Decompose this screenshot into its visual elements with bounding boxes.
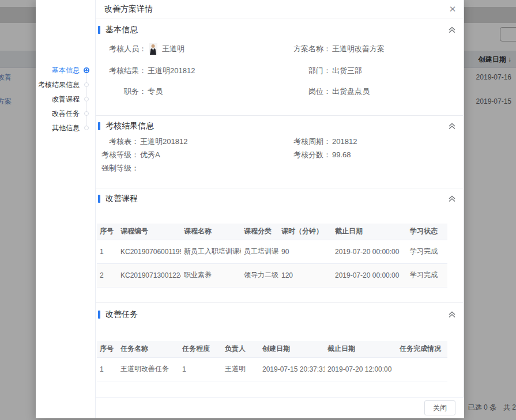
field-value: 201812 [332, 137, 357, 146]
nav-item-improvement-tasks[interactable]: 改善任务 [36, 107, 95, 121]
field-position: 职务： 专员 [96, 85, 163, 99]
field-label: 考核结果： [96, 66, 146, 76]
column-header: 课时（分钟） [278, 224, 332, 240]
cell: 2019-07-20 00:00:00 [332, 240, 407, 263]
column-header: 序号 [97, 224, 118, 240]
field-value: 王道明 [162, 44, 184, 54]
tasks-table: 序号 任务名称 任务程度 负责人 创建日期 截止日期 任务完成情况 1 王道明改… [97, 341, 447, 381]
table-row: 2 KC20190713001224 职业素养 领导力二级 120 2019-0… [97, 263, 447, 287]
dialog-title: 改善方案详情 [96, 0, 464, 18]
section-header-assessment-result: 考核结果信息 [98, 122, 456, 131]
column-header: 任务程度 [179, 341, 222, 357]
table-row: 1 王道明改善任务 1 王道明 2019-07-15 20:37:31 2019… [97, 357, 447, 381]
step-dot-icon [84, 126, 89, 130]
field-assessment-cycle: 考核周期： 201812 [280, 135, 357, 148]
field-label: 部门： [280, 66, 331, 76]
column-header: 序号 [97, 341, 118, 357]
section-header-tasks: 改善任务 [98, 310, 456, 319]
collapse-chevron-icon[interactable] [448, 27, 456, 33]
field-assessor: 考核人员： 王道明 [96, 42, 184, 56]
section-divider [96, 302, 464, 303]
nav-item-label: 基本信息 [52, 66, 80, 74]
section-bar-icon [98, 26, 100, 34]
nav-item-other-info[interactable]: 其他信息 [36, 121, 95, 135]
step-dot-icon [84, 97, 89, 101]
section-header-courses: 改善课程 [98, 194, 456, 203]
field-post: 岗位： 出货盘点员 [280, 85, 370, 99]
cell: 王道明 [222, 357, 259, 381]
column-header: 课程编号 [118, 224, 181, 240]
cell: 120 [278, 263, 332, 287]
cell: 员工培训课程 [241, 240, 278, 263]
cell: 领导力二级 [241, 263, 278, 287]
column-header: 任务完成情况 [397, 341, 447, 357]
section-bar-icon [98, 311, 100, 319]
nav-item-basic-info[interactable]: 基本信息 [36, 63, 95, 78]
section-title: 考核结果信息 [106, 121, 154, 131]
cell: KC20190713001224 [118, 263, 181, 287]
cell [397, 357, 447, 381]
field-value: 出货盘点员 [332, 86, 370, 97]
field-value: 专员 [148, 86, 163, 97]
column-header: 截止日期 [325, 341, 397, 357]
section-divider [96, 115, 464, 116]
close-button[interactable]: 关闭 [424, 400, 455, 415]
section-header-basic-info: 基本信息 [98, 25, 456, 35]
cell: 2019-07-20 00:00:00 [332, 263, 407, 287]
step-dot-icon [84, 82, 89, 87]
nav-item-label: 考核结果信息 [38, 81, 80, 89]
field-forced-grade: 强制等级： [96, 161, 140, 175]
table-row: 1 KC20190706001199 新员工入职培训课程 员工培训课程 90 2… [97, 240, 447, 263]
courses-table-header-row: 序号 课程编号 课程名称 课程分类 课时（分钟） 截止日期 学习状态 [97, 224, 447, 240]
anchor-nav: 基本信息 考核结果信息 改善课程 改善任务 其他信息 [36, 0, 95, 418]
assessor-avatar [149, 43, 157, 55]
section-title: 基本信息 [106, 25, 138, 35]
nav-item-label: 其他信息 [52, 124, 80, 132]
field-value: 优秀A [140, 150, 160, 160]
field-department: 部门： 出货三部 [280, 64, 362, 78]
nav-item-label: 改善任务 [52, 109, 80, 118]
field-label: 考核人员： [96, 44, 146, 54]
cell: 2 [97, 263, 118, 287]
collapse-chevron-icon[interactable] [448, 123, 456, 130]
cell: 2019-07-15 20:37:31 [259, 357, 325, 381]
cell: 2019-07-20 12:00:00 [325, 357, 397, 381]
field-label: 方案名称： [280, 44, 331, 54]
field-value: 王道明201812 [148, 66, 195, 76]
courses-table: 序号 课程编号 课程名称 课程分类 课时（分钟） 截止日期 学习状态 1 KC2… [97, 224, 447, 287]
field-label: 考核分数： [280, 150, 331, 160]
column-header: 任务名称 [118, 341, 179, 357]
field-label: 强制等级： [96, 163, 139, 173]
field-label: 考核周期： [280, 137, 331, 147]
scrollbar-track[interactable] [463, 0, 464, 418]
cell: 1 [179, 357, 222, 381]
section-title: 改善课程 [106, 194, 138, 204]
cell: 1 [97, 357, 118, 381]
nav-item-improvement-courses[interactable]: 改善课程 [36, 92, 95, 107]
close-icon[interactable]: ✕ [447, 3, 458, 15]
cell: KC20190706001199 [118, 240, 181, 263]
nav-item-label: 改善课程 [52, 95, 80, 103]
cell: 90 [278, 240, 332, 263]
nav-item-assessment-result[interactable]: 考核结果信息 [36, 78, 95, 92]
step-dot-active-icon [84, 67, 89, 73]
field-label: 考核表： [96, 137, 139, 147]
collapse-chevron-icon[interactable] [448, 311, 456, 318]
cell: 学习完成 [407, 263, 447, 287]
cell: 职业素养 [181, 263, 241, 287]
step-dot-icon [84, 111, 89, 116]
cell: 1 [97, 240, 118, 263]
collapse-chevron-icon[interactable] [448, 195, 456, 202]
screen: 创建日期 ↓ 改善 2019-07-16 方案 2019-07-15 已选 0 … [0, 0, 516, 420]
improvement-plan-detail-dialog: 基本信息 考核结果信息 改善课程 改善任务 其他信息 [36, 0, 464, 418]
section-bar-icon [98, 122, 100, 130]
section-divider [96, 188, 464, 188]
field-value: 99.68 [332, 150, 351, 159]
field-assessment-form: 考核表： 王道明201812 [96, 135, 187, 148]
field-assessment-result: 考核结果： 王道明201812 [96, 64, 195, 78]
field-label: 职务： [96, 86, 146, 97]
cell: 学习完成 [407, 240, 447, 263]
column-header: 学习状态 [407, 224, 447, 240]
dialog-content: 改善方案详情 ✕ 基本信息 考核人员： 王道明 [95, 0, 464, 418]
dialog-footer: 关闭 [96, 397, 464, 418]
